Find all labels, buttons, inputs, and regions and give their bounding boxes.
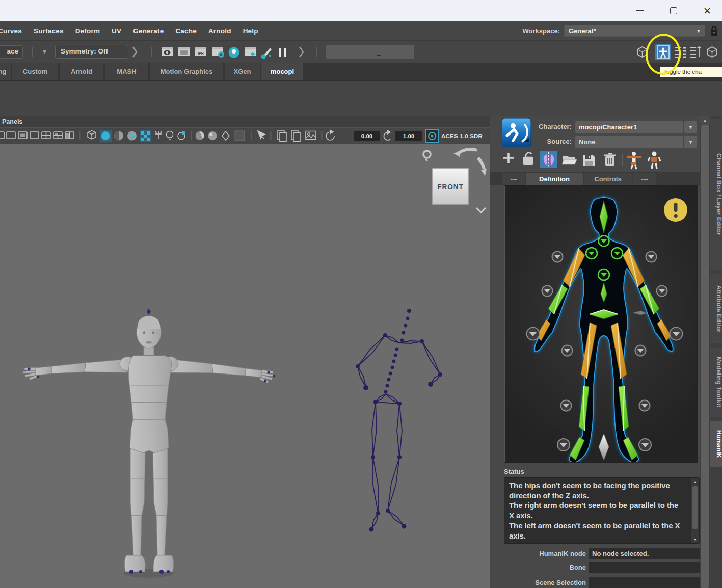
hik-character-toggle-button[interactable] [655, 44, 671, 60]
render-sequence-icon [245, 47, 256, 56]
shelf-tab-xgen[interactable]: XGen [225, 63, 260, 80]
warning-icon[interactable] [664, 198, 687, 222]
maximize-button[interactable] [658, 0, 689, 21]
source-combo-arrow[interactable]: ▼ [684, 136, 697, 148]
shelf-tab-motion-graphics[interactable]: Motion Graphics [150, 63, 223, 80]
snap-cube-icon[interactable] [635, 45, 649, 59]
body-definition-diagram[interactable] [504, 186, 697, 462]
toolbar-separator [32, 47, 33, 57]
view-cube[interactable]: FRONT [423, 149, 487, 212]
panel-menu-panels[interactable]: Panels [2, 118, 22, 125]
workspace-combo-arrow[interactable]: ▼ [692, 25, 705, 37]
collapse-arrow-icon[interactable] [131, 46, 139, 58]
scroll-up-icon[interactable]: ▲ [691, 478, 699, 485]
character-combo[interactable]: mocopiCharacter1 [575, 121, 683, 133]
scroll-up-icon[interactable]: ▲ [700, 116, 710, 125]
menu-cache[interactable]: Cache [175, 27, 197, 35]
character-combo-arrow[interactable]: ▼ [684, 121, 697, 133]
workspace-label: Workspace: [523, 27, 560, 35]
shelf-tab-mocopi[interactable]: mocopi [261, 63, 303, 80]
panel-scrollbar[interactable]: ▲ [700, 116, 710, 588]
colorspace-label[interactable]: ACES 1.0 SDR [441, 131, 483, 141]
hik-logo-icon[interactable] [502, 118, 531, 147]
humanik-panel: Character: mocopiCharacter1 ▼ Source: No… [490, 116, 722, 588]
bone-label: Bone [511, 564, 586, 571]
menu-curves[interactable]: Curves [0, 27, 22, 35]
ipr-render-icon: IPR [195, 47, 206, 56]
sidebar-tab-humanik[interactable]: HumanIK [710, 421, 722, 467]
shelf-tab-arnold[interactable]: Arnold [60, 63, 103, 80]
close-button[interactable]: ✕ [692, 0, 722, 21]
lock-open-icon[interactable] [524, 153, 532, 164]
collapse-arrow-icon[interactable] [298, 46, 305, 58]
scrollbar-thumb[interactable] [692, 486, 698, 529]
bone-field[interactable] [589, 562, 700, 573]
sidebar-tab-channel-box[interactable]: Channel Box / Layer Editor [710, 119, 722, 270]
menu-bar: Curves Surfaces Deform UV Generate Cache… [0, 21, 722, 40]
mocap-skeleton[interactable] [356, 309, 442, 532]
workspace-combo[interactable]: General* [564, 25, 692, 37]
control-rig-icon[interactable] [648, 152, 660, 169]
stancepose-arrow-icon[interactable] [633, 311, 647, 315]
menu-deform[interactable]: Deform [75, 27, 100, 35]
status-line-toolbar: ace ▾ Symmetry: Off IPR [0, 40, 722, 63]
status-messages: The hips don't seem to be facing the pos… [509, 480, 685, 541]
gamma-field[interactable]: 1.00 [395, 131, 422, 141]
status-box[interactable]: The hips don't seem to be facing the pos… [504, 477, 700, 544]
delete-character-icon[interactable] [604, 153, 616, 166]
mirror-definition-button[interactable] [540, 151, 557, 168]
character-definition-pane[interactable] [504, 185, 698, 463]
add-character-icon[interactable] [503, 153, 514, 163]
shelf-tab-bar: ng Custom Arnold MASH Motion Graphics XG… [0, 63, 722, 80]
symmetry-combo[interactable]: Symmetry: Off [55, 45, 128, 59]
scene-selection-field[interactable] [589, 577, 700, 588]
sidebar-tab-attribute-editor[interactable]: Attribute Editor [710, 274, 722, 343]
viewport-canvas[interactable]: FRONT [0, 144, 490, 588]
status-message: The left arm doesn't seem to be parallel… [509, 521, 685, 541]
toolbar-separator [151, 47, 152, 57]
shelf-tab-partial[interactable]: ng [0, 63, 11, 80]
menu-uv[interactable]: UV [112, 27, 121, 35]
scrollbar-thumb[interactable] [701, 125, 709, 588]
skeleton-character-icon[interactable] [627, 152, 641, 169]
exposure-field[interactable]: 0.00 [354, 131, 380, 141]
tab-definition[interactable]: Definition [526, 173, 583, 185]
scroll-down-icon[interactable]: ▼ [691, 536, 699, 543]
save-definition-icon[interactable] [583, 155, 595, 166]
humanik-node-label: HumanIK node [511, 550, 586, 557]
tab-controls[interactable]: Controls [584, 173, 632, 185]
menu-generate[interactable]: Generate [133, 27, 164, 35]
lock-icon[interactable] [709, 25, 719, 37]
chevron-down-icon[interactable]: ▾ [43, 47, 46, 56]
source-label: Source: [530, 138, 572, 145]
quick-input-field[interactable] [326, 45, 414, 59]
status-scrollbar[interactable]: ▲ ▼ [691, 478, 699, 543]
menuset-combo-partial[interactable]: ace [0, 45, 23, 59]
attribute-editor-icon[interactable] [689, 45, 702, 59]
tab-dash-right[interactable]: --- [633, 173, 656, 185]
menu-surfaces[interactable]: Surfaces [34, 27, 64, 35]
tab-dash-left[interactable]: --- [502, 173, 525, 185]
menu-arnold[interactable]: Arnold [208, 27, 231, 35]
toolbar-separator [316, 47, 317, 57]
tool-settings-icon[interactable] [705, 45, 719, 59]
sidebar-tab-modeling-toolkit[interactable]: Modeling Toolkit [710, 348, 722, 417]
hik-toolbar [501, 150, 664, 170]
scene-selection-label: Scene Selection [511, 579, 586, 586]
render-view-icon [229, 47, 239, 58]
channel-box-icon[interactable] [674, 45, 687, 59]
mannequin-model[interactable] [23, 308, 275, 578]
humanik-node-field[interactable]: No node selected. [589, 548, 700, 559]
shelf-content-area [0, 80, 722, 116]
load-definition-icon[interactable] [562, 156, 577, 164]
panel-toolbar: 0.00 1.00 ACES 1.0 SDR [0, 127, 490, 144]
viewport-panel[interactable]: Panels [0, 116, 490, 588]
render-icons-group[interactable]: IPR [161, 46, 293, 59]
render-region-icon [178, 47, 190, 56]
minimize-button[interactable] [625, 0, 655, 21]
shelf-tab-custom[interactable]: Custom [12, 63, 58, 80]
menu-help[interactable]: Help [243, 27, 258, 35]
shelf-tab-mash[interactable]: MASH [105, 63, 148, 80]
source-combo[interactable]: None [575, 136, 683, 148]
sidebar-tab-strip: Channel Box / Layer Editor Attribute Edi… [710, 116, 722, 588]
